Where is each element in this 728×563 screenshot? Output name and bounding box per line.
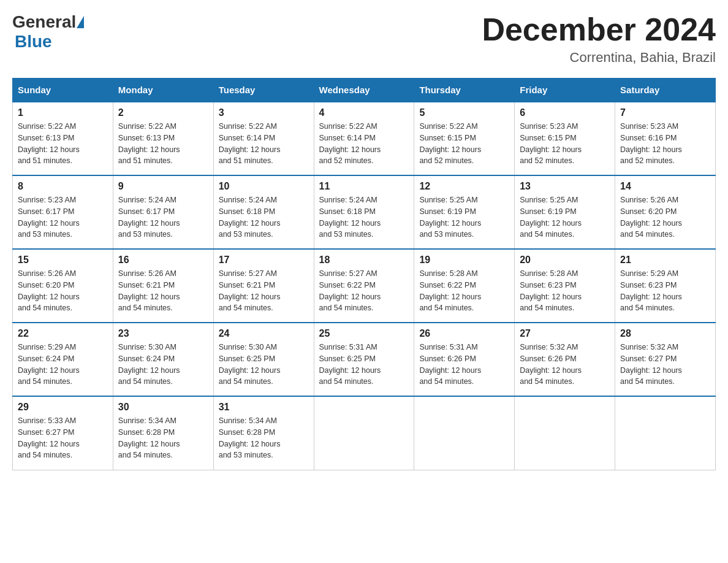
calendar-cell: 9 Sunrise: 5:24 AMSunset: 6:17 PMDayligh… [113, 175, 213, 249]
calendar-cell: 15 Sunrise: 5:26 AMSunset: 6:20 PMDaylig… [13, 249, 113, 323]
day-number: 15 [18, 255, 108, 266]
day-number: 29 [18, 402, 108, 413]
calendar-week-3: 15 Sunrise: 5:26 AMSunset: 6:20 PMDaylig… [13, 249, 716, 323]
day-number: 21 [620, 255, 710, 266]
day-info: Sunrise: 5:26 AMSunset: 6:20 PMDaylight:… [18, 269, 80, 312]
day-info: Sunrise: 5:22 AMSunset: 6:14 PMDaylight:… [319, 122, 381, 165]
day-number: 6 [520, 107, 610, 118]
calendar-cell: 13 Sunrise: 5:25 AMSunset: 6:19 PMDaylig… [515, 175, 615, 249]
day-number: 9 [118, 181, 208, 192]
day-info: Sunrise: 5:31 AMSunset: 6:26 PMDaylight:… [419, 343, 481, 386]
day-info: Sunrise: 5:33 AMSunset: 6:27 PMDaylight:… [18, 416, 80, 459]
day-number: 24 [219, 328, 309, 339]
day-number: 30 [118, 402, 208, 413]
day-number: 11 [319, 181, 409, 192]
day-number: 13 [520, 181, 610, 192]
day-info: Sunrise: 5:30 AMSunset: 6:25 PMDaylight:… [219, 343, 281, 386]
day-info: Sunrise: 5:29 AMSunset: 6:24 PMDaylight:… [18, 343, 80, 386]
day-number: 16 [118, 255, 208, 266]
column-header-tuesday: Tuesday [213, 79, 314, 102]
column-header-sunday: Sunday [13, 79, 113, 102]
day-number: 7 [620, 107, 710, 118]
column-header-thursday: Thursday [414, 79, 515, 102]
calendar-cell: 4 Sunrise: 5:22 AMSunset: 6:14 PMDayligh… [314, 102, 414, 175]
calendar-cell: 18 Sunrise: 5:27 AMSunset: 6:22 PMDaylig… [314, 249, 414, 323]
day-number: 28 [620, 328, 710, 339]
calendar-cell: 1 Sunrise: 5:22 AMSunset: 6:13 PMDayligh… [13, 102, 113, 175]
day-info: Sunrise: 5:28 AMSunset: 6:22 PMDaylight:… [419, 269, 481, 312]
logo-triangle-icon [77, 16, 84, 28]
day-number: 20 [520, 255, 610, 266]
calendar-cell: 27 Sunrise: 5:32 AMSunset: 6:26 PMDaylig… [515, 323, 615, 396]
calendar-week-4: 22 Sunrise: 5:29 AMSunset: 6:24 PMDaylig… [13, 323, 716, 396]
day-info: Sunrise: 5:22 AMSunset: 6:13 PMDaylight:… [18, 122, 80, 165]
day-number: 4 [319, 107, 409, 118]
logo: General Blue [12, 12, 84, 52]
calendar-cell: 22 Sunrise: 5:29 AMSunset: 6:24 PMDaylig… [13, 323, 113, 396]
calendar-cell: 24 Sunrise: 5:30 AMSunset: 6:25 PMDaylig… [213, 323, 314, 396]
calendar-header-row: SundayMondayTuesdayWednesdayThursdayFrid… [13, 79, 716, 102]
column-header-friday: Friday [515, 79, 615, 102]
logo-general-text: General [12, 12, 76, 32]
calendar-cell: 28 Sunrise: 5:32 AMSunset: 6:27 PMDaylig… [615, 323, 716, 396]
calendar-cell: 19 Sunrise: 5:28 AMSunset: 6:22 PMDaylig… [414, 249, 515, 323]
calendar-cell: 2 Sunrise: 5:22 AMSunset: 6:13 PMDayligh… [113, 102, 213, 175]
day-number: 10 [219, 181, 309, 192]
calendar-cell [615, 396, 716, 470]
calendar-cell: 8 Sunrise: 5:23 AMSunset: 6:17 PMDayligh… [13, 175, 113, 249]
calendar-cell: 11 Sunrise: 5:24 AMSunset: 6:18 PMDaylig… [314, 175, 414, 249]
calendar-table: SundayMondayTuesdayWednesdayThursdayFrid… [12, 78, 716, 470]
day-info: Sunrise: 5:30 AMSunset: 6:24 PMDaylight:… [118, 343, 180, 386]
day-number: 14 [620, 181, 710, 192]
day-number: 18 [319, 255, 409, 266]
calendar-cell: 10 Sunrise: 5:24 AMSunset: 6:18 PMDaylig… [213, 175, 314, 249]
calendar-cell: 6 Sunrise: 5:23 AMSunset: 6:15 PMDayligh… [515, 102, 615, 175]
calendar-week-1: 1 Sunrise: 5:22 AMSunset: 6:13 PMDayligh… [13, 102, 716, 175]
calendar-cell: 14 Sunrise: 5:26 AMSunset: 6:20 PMDaylig… [615, 175, 716, 249]
page-header: General Blue December 2024 Correntina, B… [12, 12, 716, 66]
day-info: Sunrise: 5:22 AMSunset: 6:15 PMDaylight:… [419, 122, 481, 165]
day-info: Sunrise: 5:32 AMSunset: 6:27 PMDaylight:… [620, 343, 682, 386]
day-number: 8 [18, 181, 108, 192]
calendar-week-2: 8 Sunrise: 5:23 AMSunset: 6:17 PMDayligh… [13, 175, 716, 249]
title-block: December 2024 Correntina, Bahia, Brazil [482, 12, 716, 66]
day-info: Sunrise: 5:34 AMSunset: 6:28 PMDaylight:… [219, 416, 281, 459]
day-info: Sunrise: 5:27 AMSunset: 6:22 PMDaylight:… [319, 269, 381, 312]
day-info: Sunrise: 5:27 AMSunset: 6:21 PMDaylight:… [219, 269, 281, 312]
calendar-week-5: 29 Sunrise: 5:33 AMSunset: 6:27 PMDaylig… [13, 396, 716, 470]
calendar-cell: 26 Sunrise: 5:31 AMSunset: 6:26 PMDaylig… [414, 323, 515, 396]
day-number: 19 [419, 255, 509, 266]
column-header-wednesday: Wednesday [314, 79, 414, 102]
day-info: Sunrise: 5:22 AMSunset: 6:13 PMDaylight:… [118, 122, 180, 165]
day-info: Sunrise: 5:23 AMSunset: 6:17 PMDaylight:… [18, 196, 80, 239]
column-header-monday: Monday [113, 79, 213, 102]
calendar-cell: 5 Sunrise: 5:22 AMSunset: 6:15 PMDayligh… [414, 102, 515, 175]
day-info: Sunrise: 5:22 AMSunset: 6:14 PMDaylight:… [219, 122, 281, 165]
day-number: 3 [219, 107, 309, 118]
calendar-cell [414, 396, 515, 470]
calendar-cell [314, 396, 414, 470]
day-number: 27 [520, 328, 610, 339]
day-number: 31 [219, 402, 309, 413]
day-number: 26 [419, 328, 509, 339]
calendar-cell: 23 Sunrise: 5:30 AMSunset: 6:24 PMDaylig… [113, 323, 213, 396]
calendar-cell: 3 Sunrise: 5:22 AMSunset: 6:14 PMDayligh… [213, 102, 314, 175]
day-number: 25 [319, 328, 409, 339]
month-title: December 2024 [482, 12, 716, 47]
calendar-cell: 17 Sunrise: 5:27 AMSunset: 6:21 PMDaylig… [213, 249, 314, 323]
day-number: 1 [18, 107, 108, 118]
day-info: Sunrise: 5:23 AMSunset: 6:15 PMDaylight:… [520, 122, 582, 165]
day-info: Sunrise: 5:26 AMSunset: 6:21 PMDaylight:… [118, 269, 180, 312]
day-number: 23 [118, 328, 208, 339]
day-info: Sunrise: 5:23 AMSunset: 6:16 PMDaylight:… [620, 122, 682, 165]
calendar-cell: 30 Sunrise: 5:34 AMSunset: 6:28 PMDaylig… [113, 396, 213, 470]
day-number: 2 [118, 107, 208, 118]
calendar-cell: 7 Sunrise: 5:23 AMSunset: 6:16 PMDayligh… [615, 102, 716, 175]
column-header-saturday: Saturday [615, 79, 716, 102]
calendar-cell: 25 Sunrise: 5:31 AMSunset: 6:25 PMDaylig… [314, 323, 414, 396]
day-info: Sunrise: 5:24 AMSunset: 6:18 PMDaylight:… [319, 196, 381, 239]
day-info: Sunrise: 5:28 AMSunset: 6:23 PMDaylight:… [520, 269, 582, 312]
day-number: 17 [219, 255, 309, 266]
calendar-cell: 29 Sunrise: 5:33 AMSunset: 6:27 PMDaylig… [13, 396, 113, 470]
day-info: Sunrise: 5:31 AMSunset: 6:25 PMDaylight:… [319, 343, 381, 386]
